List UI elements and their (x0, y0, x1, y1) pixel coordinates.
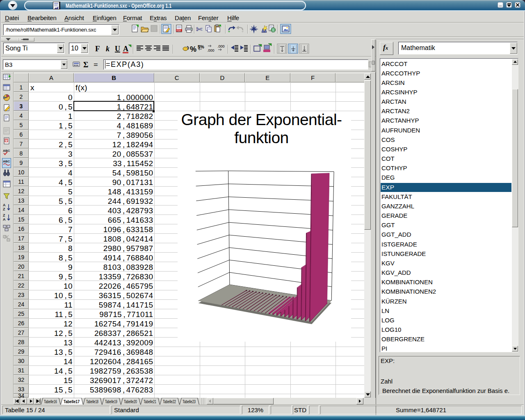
svg-text:Tabelle22: Tabelle22 (163, 399, 176, 404)
svg-text:Tabelle16: Tabelle16 (44, 399, 57, 404)
svg-text:Tabelle19: Tabelle19 (105, 399, 117, 404)
svg-text:Tabelle21: Tabelle21 (144, 399, 156, 404)
svg-text:Tabelle17: Tabelle17 (64, 399, 80, 404)
svg-text:Tabelle20: Tabelle20 (124, 399, 137, 404)
svg-text:Tabelle18: Tabelle18 (86, 399, 98, 404)
svg-text:Tabelle23: Tabelle23 (183, 399, 196, 404)
